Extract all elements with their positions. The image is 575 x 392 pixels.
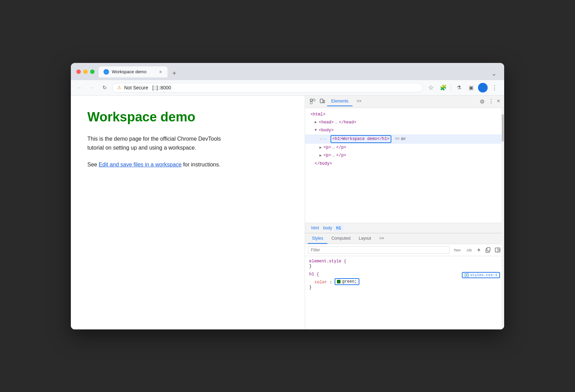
dom-equals-sign: == (395, 136, 399, 142)
workspace-link[interactable]: Edit and save files in a workspace (99, 162, 182, 167)
navigation-bar: ← → ↻ ⚠ Not Secure [::]::8000 ☆ 🧩 ⚗ ▣ 👤 … (71, 80, 504, 96)
dom-head-node[interactable]: ▶ <head> … </head> (305, 119, 504, 127)
back-button[interactable]: ← (75, 83, 85, 92)
add-style-button[interactable]: + (476, 246, 482, 254)
svg-rect-6 (487, 248, 490, 251)
styles-filter-bar: :hov .cls + (305, 244, 504, 256)
menu-button[interactable]: ⋮ (489, 82, 500, 93)
minimize-button[interactable] (83, 69, 88, 74)
styles-tab-more[interactable]: >> (375, 233, 388, 244)
extensions-button[interactable]: 🧩 (438, 82, 449, 93)
tab-bar: 🌐 Workspace demo × + ⌄ (99, 66, 499, 77)
devtools-panel: Elements >> ⚙ ⋮ × <html> ▶ <head> … </he… (305, 96, 504, 329)
reload-button[interactable]: ↻ (100, 83, 109, 92)
devtools-kebab-menu[interactable]: ⋮ (487, 98, 495, 105)
h1-rule-header: h1 { styles.css:1 (309, 272, 500, 278)
forward-button[interactable]: → (87, 83, 97, 92)
h1-rule-closing: } (309, 285, 500, 290)
dom-p1-node[interactable]: ▶ <p> … </p> (305, 144, 504, 152)
styles-tab-computed[interactable]: Computed (327, 233, 355, 244)
svg-rect-3 (320, 99, 323, 103)
toggle-sidebar-icon[interactable] (494, 246, 501, 254)
devtools-settings-button[interactable]: ⚙ (477, 97, 487, 106)
selected-node-outline: <h1>Workspace demo</h1> (330, 135, 392, 143)
dom-p2-node[interactable]: ▶ <p> … </p> (305, 152, 504, 160)
tab-close-icon[interactable]: × (159, 68, 163, 75)
maximize-button[interactable] (90, 69, 95, 74)
color-value: green; (342, 279, 357, 284)
title-bar: 🌐 Workspace demo × + ⌄ (71, 63, 504, 80)
breadcrumb-bar: html body h1 (305, 223, 504, 233)
css-rules: element.style { } h1 { (305, 256, 504, 296)
content-area: Workspace demo This is the demo page for… (71, 96, 504, 329)
devtools-tab-elements[interactable]: Elements (327, 97, 352, 106)
h1-color-property: color : green; (309, 278, 500, 285)
dom-h1-node[interactable]: ··· <h1>Workspace demo</h1> == $0 (305, 134, 504, 144)
styles-tab-layout[interactable]: Layout (355, 233, 375, 244)
styles-filter-input[interactable] (308, 246, 449, 254)
styles-tab-styles[interactable]: Styles (308, 233, 327, 244)
page-link-paragraph: See Edit and save files in a workspace f… (87, 160, 239, 169)
inspect-element-button[interactable] (308, 97, 317, 106)
styles-css-link[interactable]: styles.css:1 (462, 272, 500, 278)
svg-rect-2 (310, 102, 312, 104)
page-description: This is the demo page for the official C… (87, 134, 239, 152)
link-suffix: for instructions. (182, 162, 220, 167)
styles-tabs: Styles Computed Layout >> (305, 233, 504, 244)
color-value-container[interactable]: green; (335, 278, 359, 285)
expand-body-icon[interactable]: ▼ (315, 128, 317, 133)
h1-style-rule: h1 { styles.css:1 color : (309, 272, 500, 290)
dom-body-node[interactable]: ▼ <body> (305, 127, 504, 134)
styles-panel: Styles Computed Layout >> :hov .cls + (305, 233, 504, 329)
bookmark-button[interactable]: ☆ (425, 82, 436, 93)
address-bar[interactable]: ⚠ Not Secure [::]::8000 (112, 83, 423, 92)
dom-html-node[interactable]: <html> (305, 111, 504, 119)
svg-point-10 (466, 274, 467, 276)
devtools-tab-more[interactable]: >> (352, 97, 366, 106)
hov-button[interactable]: :hov (452, 247, 462, 253)
nav-divider (451, 84, 451, 91)
window-controls (76, 69, 95, 74)
dom-tree: <html> ▶ <head> … </head> ▼ <body> ··· (305, 108, 504, 223)
expand-head-icon[interactable]: ▶ (315, 120, 317, 125)
labs-button[interactable]: ⚗ (453, 82, 464, 93)
dom-dollar-zero: $0 (401, 136, 405, 142)
element-style-rule: element.style { } (309, 259, 500, 269)
svg-rect-4 (323, 100, 325, 103)
split-screen-button[interactable]: ▣ (466, 82, 477, 93)
color-swatch (337, 280, 340, 283)
tab-title: Workspace demo (112, 69, 156, 74)
tab-more-button[interactable]: ⌄ (489, 70, 499, 77)
devtools-close-button[interactable]: × (495, 98, 501, 105)
svg-rect-1 (313, 99, 315, 101)
profile-button[interactable]: 👤 (478, 83, 488, 92)
h1-selector[interactable]: h1 { (309, 272, 319, 277)
cls-button[interactable]: .cls (464, 247, 474, 253)
close-button[interactable] (76, 69, 81, 74)
devtools-toolbar: Elements >> ⚙ ⋮ × (305, 96, 504, 108)
tab-favicon-icon: 🌐 (104, 69, 109, 75)
webpage-panel: Workspace demo This is the demo page for… (71, 96, 305, 329)
copy-styles-icon[interactable] (484, 246, 492, 254)
title-bar-top: 🌐 Workspace demo × + ⌄ (76, 66, 499, 77)
address-url: [::]::8000 (152, 85, 171, 90)
page-heading: Workspace demo (87, 109, 288, 125)
breadcrumb-h1[interactable]: h1 (334, 225, 343, 231)
active-tab[interactable]: 🌐 Workspace demo × (99, 66, 167, 77)
breadcrumb-body[interactable]: body (321, 225, 334, 231)
svg-rect-7 (495, 248, 500, 252)
expand-p2-icon[interactable]: ▶ (319, 153, 322, 159)
devtools-scrollbar[interactable] (501, 108, 504, 329)
browser-window: 🌐 Workspace demo × + ⌄ ← → ↻ ⚠ Not Secur… (71, 63, 504, 329)
scrollbar-thumb (502, 114, 504, 142)
security-warning-icon: ⚠ (117, 85, 121, 90)
breadcrumb-html[interactable]: html (309, 225, 321, 231)
link-prefix: See (87, 162, 99, 167)
element-style-closing: } (309, 264, 500, 269)
device-toolbar-button[interactable] (317, 97, 327, 106)
expand-p1-icon[interactable]: ▶ (319, 145, 322, 151)
element-style-selector: element.style { (309, 259, 500, 264)
dom-body-close-node[interactable]: </body> (305, 160, 504, 168)
new-tab-button[interactable]: + (170, 69, 178, 77)
nav-actions: ☆ 🧩 ⚗ ▣ 👤 ⋮ (425, 82, 500, 93)
